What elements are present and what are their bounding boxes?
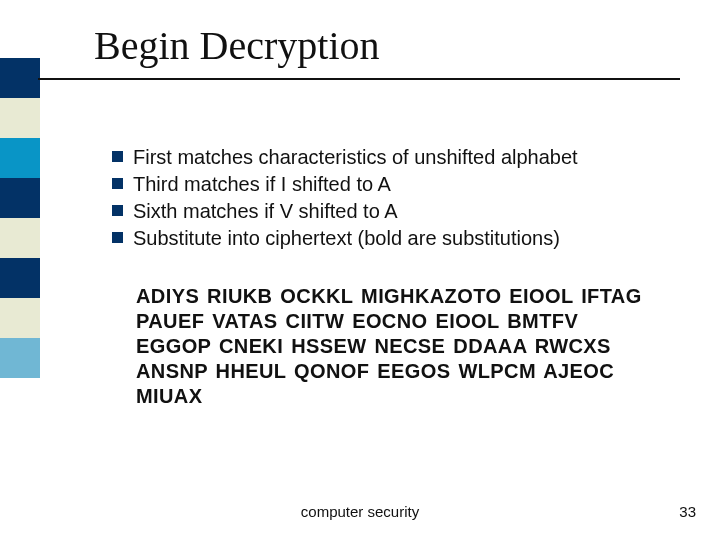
stripe [0,178,40,218]
bullet-text: First matches characteristics of unshift… [133,145,578,170]
square-bullet-icon [112,151,123,162]
square-bullet-icon [112,232,123,243]
decorative-stripes [0,0,40,540]
bullet-text: Substitute into ciphertext (bold are sub… [133,226,560,251]
bullet-item: Third matches if I shifted to A [112,172,672,197]
bullet-text: Sixth matches if V shifted to A [133,199,398,224]
square-bullet-icon [112,205,123,216]
title-underline [38,78,680,80]
square-bullet-icon [112,178,123,189]
stripe [0,298,40,338]
stripe [0,218,40,258]
bullet-list: First matches characteristics of unshift… [112,145,672,253]
bullet-item: First matches characteristics of unshift… [112,145,672,170]
slide-number: 33 [679,503,696,520]
slide-title: Begin Decryption [94,22,380,69]
bullet-item: Sixth matches if V shifted to A [112,199,672,224]
stripe [0,58,40,98]
stripe [0,138,40,178]
slide: Begin Decryption First matches character… [0,0,720,540]
bullet-text: Third matches if I shifted to A [133,172,391,197]
footer-center-text: computer security [0,503,720,520]
bullet-item: Substitute into ciphertext (bold are sub… [112,226,672,251]
stripe [0,338,40,378]
ciphertext-block: ADIYS RIUKB OCKKL MIGHKAZOTO EIOOL IFTAG… [136,284,656,409]
stripe [0,98,40,138]
stripe [0,258,40,298]
